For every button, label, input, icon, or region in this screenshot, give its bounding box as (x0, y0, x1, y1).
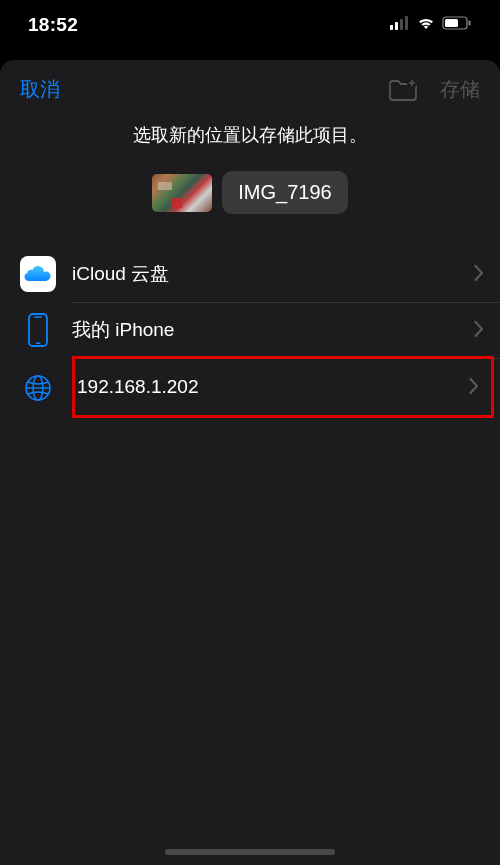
chevron-right-icon (469, 373, 479, 401)
chevron-right-icon (474, 260, 484, 288)
save-sheet: 取消 存储 选取新的位置以存储此项目。 IMG_7196 iCloud 云盘 (0, 60, 500, 865)
svg-rect-3 (405, 16, 408, 30)
highlight-annotation: 192.168.1.202 (72, 356, 494, 418)
globe-icon (20, 373, 56, 403)
location-list: iCloud 云盘 我的 iPhone 192.168.1.202 (0, 244, 500, 418)
header-actions: 存储 (388, 76, 480, 103)
chevron-right-icon (474, 316, 484, 344)
location-item-icloud[interactable]: iCloud 云盘 (0, 246, 500, 302)
svg-rect-11 (34, 316, 42, 318)
svg-rect-5 (445, 19, 458, 27)
status-icons (390, 16, 472, 34)
svg-rect-2 (400, 19, 403, 30)
home-indicator[interactable] (165, 849, 335, 855)
cancel-button[interactable]: 取消 (20, 76, 60, 103)
status-bar: 18:52 (0, 0, 500, 50)
svg-rect-0 (390, 25, 393, 30)
sheet-header: 取消 存储 (0, 60, 500, 117)
location-label: 192.168.1.202 (75, 376, 469, 398)
location-label: 我的 iPhone (72, 317, 474, 343)
wifi-icon (416, 16, 436, 34)
battery-icon (442, 16, 472, 34)
new-folder-icon[interactable] (388, 78, 418, 102)
iphone-icon (20, 312, 56, 348)
signal-icon (390, 16, 410, 34)
file-thumbnail (152, 174, 212, 212)
file-preview-row: IMG_7196 (0, 171, 500, 244)
prompt-text: 选取新的位置以存储此项目。 (0, 117, 500, 171)
svg-rect-6 (469, 21, 471, 26)
home-indicator-bar (0, 841, 500, 865)
icloud-icon (20, 256, 56, 292)
svg-rect-10 (29, 314, 47, 346)
location-label: iCloud 云盘 (72, 261, 474, 287)
location-item-iphone[interactable]: 我的 iPhone (0, 302, 500, 358)
save-button[interactable]: 存储 (440, 76, 480, 103)
location-item-network[interactable]: 192.168.1.202 (0, 358, 500, 418)
file-name-chip[interactable]: IMG_7196 (222, 171, 347, 214)
svg-rect-1 (395, 22, 398, 30)
svg-rect-12 (36, 343, 41, 345)
status-time: 18:52 (28, 14, 78, 36)
